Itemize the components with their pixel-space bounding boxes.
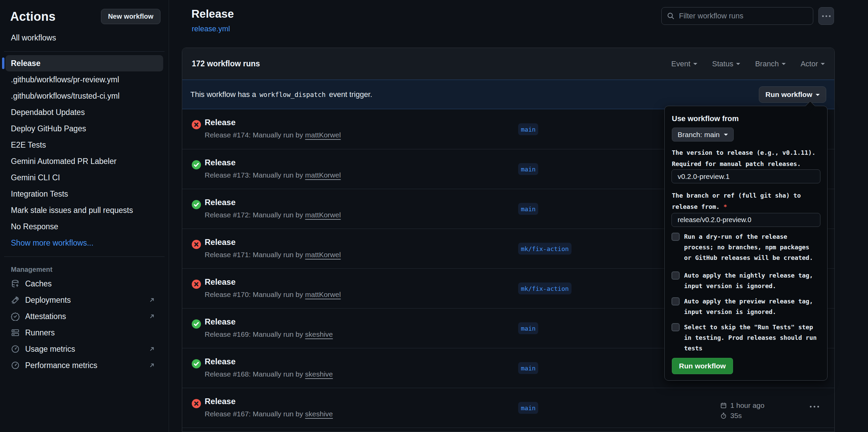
management-item-deployments[interactable]: Deployments [5, 292, 163, 308]
checkbox-label: Run a dry-run of the release process; no… [684, 231, 813, 263]
management-item-attestations[interactable]: Attestations [5, 308, 163, 325]
sidebar-item-github-workflows-pr-review-yml[interactable]: .github/workflows/pr-review.yml [5, 71, 163, 88]
sidebar-item-label: Release [11, 59, 40, 68]
success-icon [192, 359, 201, 368]
sidebar-item-integration-tests[interactable]: Integration Tests [5, 186, 163, 202]
filter-actor[interactable]: Actor [801, 60, 825, 68]
management-item-usage-metrics[interactable]: Usage metrics [5, 341, 163, 357]
run-description: Release #172: Manually run by mattKorwel [205, 211, 341, 219]
sidebar-item-e2e-tests[interactable]: E2E Tests [5, 137, 163, 153]
cache-icon [11, 279, 20, 288]
runs-count: 172 workflow runs [192, 59, 260, 68]
actor-link[interactable]: skeshive [305, 330, 333, 338]
sidebar-item-all-workflows[interactable]: All workflows [5, 30, 163, 46]
partial-run-row [182, 428, 834, 432]
workflow-file-link[interactable]: release.yml [192, 24, 230, 33]
actor-link[interactable]: skeshive [305, 410, 333, 418]
run-description: Release #170: Manually run by mattKorwel [205, 290, 341, 299]
workflow-options-button[interactable] [818, 7, 834, 25]
run-title-link[interactable]: Release [205, 397, 236, 406]
search-icon [667, 12, 675, 20]
dispatch-option: Auto apply the preview release tag, inpu… [671, 296, 818, 317]
checkbox-label: Auto apply the nightly release tag, inpu… [684, 270, 813, 291]
failure-icon [192, 399, 201, 408]
search-input[interactable] [679, 12, 801, 20]
actor-link[interactable]: mattKorwel [305, 131, 341, 139]
failure-icon [192, 280, 201, 289]
new-workflow-button[interactable]: New workflow [101, 9, 160, 24]
branch-select-button[interactable]: Branch: main [672, 128, 734, 142]
sidebar-item-gemini-cli-ci[interactable]: Gemini CLI CI [5, 169, 163, 186]
filter-label: Event [671, 60, 690, 68]
run-title-link[interactable]: Release [205, 277, 236, 287]
filter-status[interactable]: Status [712, 60, 740, 68]
checkbox-label: Select to skip the "Run Tests" step in t… [684, 322, 817, 353]
branch-badge[interactable]: mk/fix-action [518, 243, 572, 255]
management-item-runners[interactable]: Runners [5, 325, 163, 341]
checkbox[interactable] [671, 233, 680, 241]
branch-badge[interactable]: main [518, 203, 538, 215]
checkbox[interactable] [671, 271, 680, 280]
management-item-label: Performance metrics [25, 361, 97, 370]
run-title-link[interactable]: Release [205, 237, 236, 247]
run-title-link[interactable]: Release [205, 357, 236, 366]
kebab-dot [810, 406, 812, 408]
branch-badge[interactable]: main [518, 402, 538, 414]
version-description: The version to release (e.g., v0.1.11). … [672, 147, 816, 169]
actor-link[interactable]: mattKorwel [305, 171, 341, 179]
sidebar-item-show-more-workflows[interactable]: Show more workflows... [5, 235, 163, 251]
sidebar-item-deploy-github-pages[interactable]: Deploy GitHub Pages [5, 120, 163, 137]
checkbox[interactable] [671, 297, 680, 305]
sidebar-item-gemini-automated-pr-labeler[interactable]: Gemini Automated PR Labeler [5, 153, 163, 169]
management-item-label: Deployments [25, 296, 71, 305]
version-input[interactable] [671, 169, 820, 183]
required-asterisk: * [724, 203, 727, 210]
run-title-link[interactable]: Release [205, 198, 236, 207]
sidebar-title: Actions [10, 10, 55, 24]
dispatch-option: Run a dry-run of the release process; no… [671, 231, 818, 263]
filter-branch[interactable]: Branch [755, 60, 786, 68]
branch-badge[interactable]: main [518, 123, 538, 135]
filter-runs-search[interactable] [661, 7, 813, 25]
actor-link[interactable]: mattKorwel [305, 290, 341, 298]
sidebar-item-no-response[interactable]: No Response [5, 218, 163, 235]
filter-event[interactable]: Event [671, 60, 697, 68]
actor-link[interactable]: mattKorwel [305, 251, 341, 259]
calendar-icon [720, 402, 727, 409]
sidebar-divider [4, 256, 165, 257]
run-title-link[interactable]: Release [205, 317, 236, 327]
management-item-label: Caches [25, 279, 52, 288]
filter-label: Branch [755, 60, 779, 68]
run-description: Release #171: Manually run by mattKorwel [205, 251, 341, 259]
management-item-performance-metrics[interactable]: Performance metrics [5, 357, 163, 373]
branch-badge[interactable]: main [518, 362, 538, 374]
branch-badge[interactable]: main [518, 163, 538, 175]
banner-text-after: event trigger. [329, 90, 372, 99]
ref-description: The branch or ref (full git sha) torelea… [672, 190, 801, 212]
run-menu-button[interactable] [810, 406, 819, 408]
branch-badge[interactable]: main [518, 322, 538, 334]
sidebar-item-label: .github/workflows/pr-review.yml [11, 75, 119, 84]
actor-link[interactable]: mattKorwel [305, 211, 341, 219]
checkbox-label: Auto apply the preview release tag, inpu… [684, 296, 813, 317]
run-title-link[interactable]: Release [205, 158, 236, 167]
sidebar-item-release[interactable]: Release [5, 55, 163, 71]
sidebar-item-label: Show more workflows... [11, 238, 93, 248]
meter-icon [11, 361, 20, 370]
run-workflow-submit-button[interactable]: Run workflow [672, 358, 733, 374]
actor-link[interactable]: skeshive [305, 370, 333, 378]
ref-input[interactable] [671, 213, 820, 227]
dispatch-option: Auto apply the nightly release tag, inpu… [671, 270, 818, 291]
checkbox[interactable] [671, 323, 680, 331]
sidebar-item-mark-stale-issues-and-pull-requests[interactable]: Mark stale issues and pull requests [5, 202, 163, 218]
run-title-link[interactable]: Release [205, 118, 236, 127]
sidebar-item-github-workflows-trusted-ci-yml[interactable]: .github/workflows/trusted-ci.yml [5, 88, 163, 104]
management-item-caches[interactable]: Caches [5, 276, 163, 292]
sidebar-item-dependabot-updates[interactable]: Dependabot Updates [5, 104, 163, 120]
branch-badge[interactable]: mk/fix-action [518, 283, 572, 295]
run-workflow-toggle-button[interactable]: Run workflow [759, 86, 826, 103]
sidebar-item-label: Dependabot Updates [11, 108, 85, 117]
chevron-down-icon [782, 63, 786, 67]
rocket-icon [11, 296, 20, 304]
chevron-down-icon [693, 63, 697, 67]
